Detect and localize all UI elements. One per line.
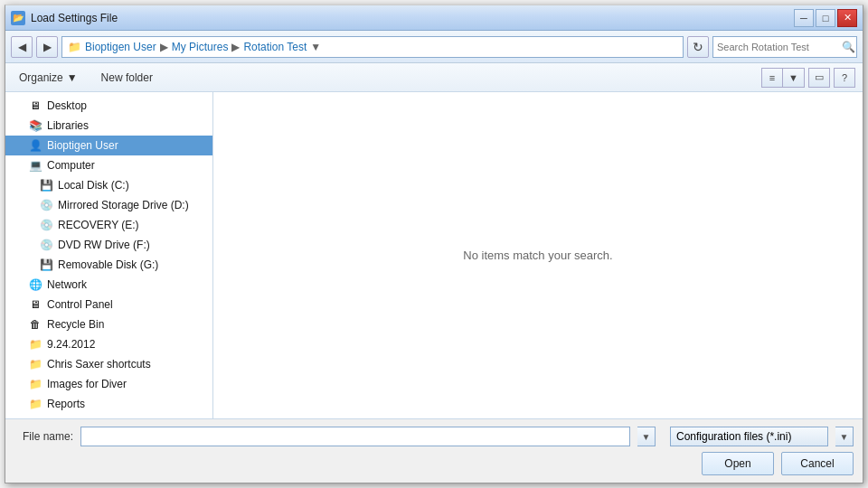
breadcrumb-dropdown-arrow[interactable]: ▼ [310,41,321,53]
breadcrumb-part2[interactable]: My Pictures [172,41,229,53]
sidebar-item-computer[interactable]: 💻Computer [5,155,212,175]
sidebar-item-control-panel[interactable]: 🖥Control Panel [5,295,212,314]
sidebar-item-bioptigen-user[interactable]: 👤Bioptigen User [5,136,212,155]
open-button[interactable]: Open [702,452,774,475]
sidebar-item-label-recovery-e: RECOVERY (E:) [58,219,139,231]
dialog-icon: 📂 [11,11,25,25]
filename-label: File name: [14,430,73,443]
filetype-display: Configuration files (*.ini) [670,427,828,446]
bioptigen-user-icon: 👤 [27,138,43,153]
bottom-bar: File name: ▼ Configuration files (*.ini)… [5,418,863,483]
sidebar-item-label-local-disk-c: Local Disk (C:) [58,179,129,192]
control-panel-icon: 🖥 [27,297,43,312]
cancel-button-label: Cancel [800,457,834,470]
libraries-icon: 📚 [27,118,43,133]
sidebar-item-label-control-panel: Control Panel [47,298,113,311]
organize-button[interactable]: Organize ▼ [13,68,84,88]
title-bar: 📂 Load Settings File ─ □ ✕ [5,5,863,31]
dvd-rw-f-icon: 💿 [38,238,54,252]
sidebar-item-label-desktop: Desktop [47,99,87,112]
sidebar-item-reports[interactable]: 📁Reports [5,394,212,414]
breadcrumb-folder-icon: 📁 [68,41,81,53]
sidebar-item-label-network: Network [47,278,87,291]
search-box[interactable]: 🔍 [712,36,857,58]
file-pane: No items match your search. [213,92,863,418]
view-dropdown-arrow[interactable]: ▼ [783,68,805,88]
cancel-button[interactable]: Cancel [781,452,854,475]
view-dropdown-button[interactable]: ≡ [761,68,783,88]
sidebar-item-label-dvd-rw-f: DVD RW Drive (F:) [58,239,150,251]
breadcrumb-sep1: ▶ [160,41,168,53]
breadcrumb[interactable]: 📁 Bioptigen User ▶ My Pictures ▶ Rotatio… [61,36,684,58]
help-button[interactable]: ? [834,68,855,88]
sidebar-item-libraries[interactable]: 📚Libraries [5,116,212,136]
filetype-dropdown-button[interactable]: ▼ [835,427,854,446]
breadcrumb-part3[interactable]: Rotation Test [243,41,307,53]
breadcrumb-part1[interactable]: Bioptigen User [85,41,156,53]
title-controls: ─ □ ✕ [794,9,857,27]
preview-pane-button[interactable]: ▭ [808,68,830,88]
toolbar-right: ≡ ▼ ▭ ? [761,68,855,88]
search-icon: 🔍 [842,41,855,53]
images-for-diver-icon: 📁 [27,377,43,391]
sidebar-item-label-reports: Reports [47,398,85,410]
filename-dropdown-button[interactable]: ▼ [637,427,656,446]
sidebar-item-recycle-bin[interactable]: 🗑Recycle Bin [5,314,212,334]
empty-message: No items match your search. [463,249,612,262]
filename-input[interactable] [80,427,630,446]
organize-label: Organize [19,71,63,84]
title-bar-left: 📂 Load Settings File [11,11,118,25]
minimize-button[interactable]: ─ [794,9,814,27]
open-button-label: Open [724,457,750,470]
sidebar-item-local-disk-c[interactable]: 💾Local Disk (C:) [5,175,212,195]
new-folder-label: New folder [101,71,153,84]
chris-saxer-shortcuts-icon: 📁 [27,357,43,371]
sidebar-item-label-9-24-2012: 9.24.2012 [47,338,95,351]
sidebar-item-chris-saxer-shortcuts[interactable]: 📁Chris Saxer shortcuts [5,354,212,374]
sidebar-item-label-mirrored-storage-d: Mirrored Storage Drive (D:) [58,199,189,211]
main-content: 🖥Desktop📚Libraries👤Bioptigen User💻Comput… [5,92,863,418]
sidebar-item-label-images-for-diver: Images for Diver [47,378,127,390]
desktop-icon: 🖥 [27,99,43,113]
refresh-button[interactable]: ↻ [687,36,709,58]
sidebar-item-label-bioptigen-user: Bioptigen User [47,139,118,152]
maximize-button[interactable]: □ [816,9,835,27]
sidebar-item-desktop[interactable]: 🖥Desktop [5,96,212,116]
sidebar-item-removable-g[interactable]: 💾Removable Disk (G:) [5,255,212,275]
removable-g-icon: 💾 [38,258,54,272]
sidebar-item-images-for-diver[interactable]: 📁Images for Diver [5,374,212,394]
sidebar-item-network[interactable]: 🌐Network [5,275,212,295]
organize-dropdown-icon: ▼ [67,71,78,84]
computer-icon: 💻 [27,158,43,173]
filename-row: File name: ▼ Configuration files (*.ini)… [14,427,854,446]
local-disk-c-icon: 💾 [38,178,54,192]
sidebar-item-dvd-rw-f[interactable]: 💿DVD RW Drive (F:) [5,235,212,255]
load-settings-dialog: 📂 Load Settings File ─ □ ✕ ◀ ▶ 📁 Bioptig… [5,5,863,483]
new-folder-button[interactable]: New folder [95,68,159,88]
filetype-label: Configuration files (*.ini) [676,430,791,443]
toolbar: Organize ▼ New folder ≡ ▼ ▭ ? [5,63,863,92]
sidebar-item-mirrored-storage-d[interactable]: 💿Mirrored Storage Drive (D:) [5,195,212,215]
breadcrumb-sep2: ▶ [231,41,240,53]
recycle-bin-icon: 🗑 [27,317,43,332]
forward-button[interactable]: ▶ [36,36,58,58]
recovery-e-icon: 💿 [38,218,54,232]
sidebar-item-label-chris-saxer-shortcuts: Chris Saxer shortcuts [47,358,151,371]
reports-icon: 📁 [27,397,43,411]
sidebar-item-label-libraries: Libraries [47,119,89,132]
9-24-2012-icon: 📁 [27,337,43,352]
sidebar-item-label-computer: Computer [47,159,95,172]
network-icon: 🌐 [27,277,43,292]
mirrored-storage-d-icon: 💿 [38,198,54,212]
buttons-row: Open Cancel [14,452,854,475]
address-bar: ◀ ▶ 📁 Bioptigen User ▶ My Pictures ▶ Rot… [5,31,863,63]
sidebar-item-9-24-2012[interactable]: 📁9.24.2012 [5,334,212,354]
sidebar-item-label-removable-g: Removable Disk (G:) [58,258,158,271]
dialog-title: Load Settings File [31,12,118,24]
close-button[interactable]: ✕ [837,9,857,27]
sidebar-item-recovery-e[interactable]: 💿RECOVERY (E:) [5,215,212,235]
back-button[interactable]: ◀ [11,36,33,58]
nav-pane: 🖥Desktop📚Libraries👤Bioptigen User💻Comput… [5,92,213,418]
sidebar-item-label-recycle-bin: Recycle Bin [47,318,104,331]
search-input[interactable] [717,42,842,52]
